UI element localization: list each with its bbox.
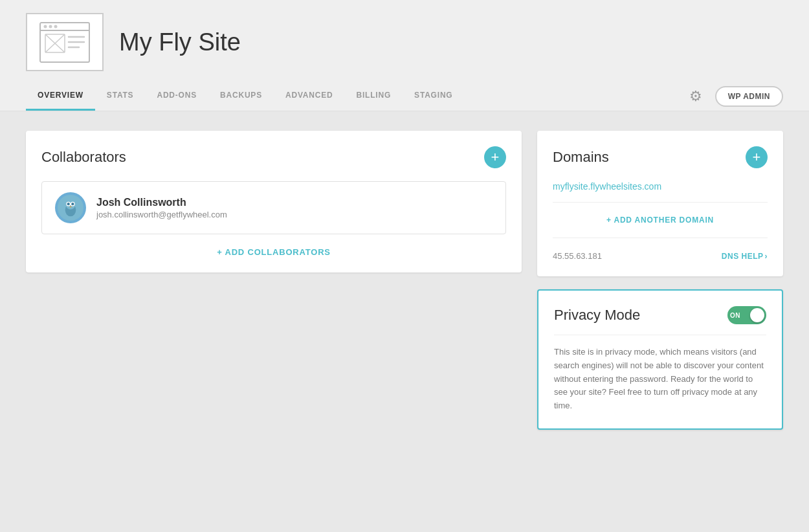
toggle-on-label: ON — [730, 312, 740, 319]
tab-staging[interactable]: STAGING — [403, 82, 464, 111]
nav-actions: ⚙ WP ADMIN — [684, 85, 783, 108]
toggle-knob — [750, 308, 764, 322]
tab-overview[interactable]: OVERVIEW — [26, 82, 95, 111]
plus-icon: + — [753, 150, 761, 164]
wp-admin-button[interactable]: WP ADMIN — [715, 86, 783, 107]
svg-point-17 — [71, 203, 74, 205]
collaborators-card: Collaborators + — [26, 131, 522, 272]
tab-stats[interactable]: STATS — [95, 82, 146, 111]
avatar — [55, 192, 86, 223]
collaborator-row: Josh Collinsworth josh.collinsworth@getf… — [41, 181, 506, 234]
main-nav: OVERVIEW STATS ADD-ONS BACKUPS ADVANCED … — [0, 82, 809, 111]
domains-card: Domains + myflysite.flywheelsites.com + … — [537, 131, 783, 276]
svg-point-16 — [67, 203, 70, 205]
left-column: Collaborators + — [26, 131, 522, 430]
gear-icon: ⚙ — [689, 88, 702, 105]
svg-point-3 — [49, 25, 52, 28]
svg-point-2 — [44, 25, 47, 28]
privacy-mode-toggle[interactable]: ON — [727, 306, 766, 324]
privacy-mode-card: Privacy Mode ON This site is in privacy … — [537, 289, 783, 430]
primary-domain-link[interactable]: myflysite.flywheelsites.com — [553, 181, 768, 192]
domains-header: Domains + — [553, 146, 768, 168]
tab-billing[interactable]: BILLING — [345, 82, 403, 111]
right-column: Domains + myflysite.flywheelsites.com + … — [537, 131, 783, 430]
ip-row: 45.55.63.181 DNS HELP › — [553, 246, 768, 261]
settings-button[interactable]: ⚙ — [684, 85, 707, 108]
add-collaborator-button[interactable]: + — [484, 146, 506, 168]
collaborator-email: josh.collinsworth@getflywheel.com — [96, 210, 227, 219]
tab-addons[interactable]: ADD-ONS — [145, 82, 208, 111]
collaborator-info: Josh Collinsworth josh.collinsworth@getf… — [96, 197, 227, 219]
dns-help-label: DNS HELP — [722, 252, 764, 261]
nav-tabs: OVERVIEW STATS ADD-ONS BACKUPS ADVANCED … — [26, 82, 465, 111]
tab-advanced[interactable]: ADVANCED — [274, 82, 345, 111]
collaborators-header: Collaborators + — [41, 146, 506, 168]
main-content: Collaborators + — [0, 111, 809, 449]
add-another-domain-link[interactable]: + ADD ANOTHER DOMAIN — [553, 210, 768, 230]
collaborators-title: Collaborators — [41, 149, 126, 166]
privacy-description: This site is in privacy mode, which mean… — [554, 346, 766, 413]
add-domain-button[interactable]: + — [746, 146, 768, 168]
page-title: My Fly Site — [119, 28, 241, 56]
divider — [553, 202, 768, 203]
header: My Fly Site — [0, 0, 809, 82]
privacy-mode-title: Privacy Mode — [554, 307, 640, 324]
site-logo — [26, 13, 104, 71]
privacy-header: Privacy Mode ON — [554, 306, 766, 324]
plus-icon: + — [491, 150, 500, 164]
divider-2 — [553, 238, 768, 238]
ip-address: 45.55.63.181 — [553, 251, 602, 261]
domains-title: Domains — [553, 149, 609, 166]
dns-help-link[interactable]: DNS HELP › — [722, 252, 768, 261]
chevron-right-icon: › — [765, 252, 768, 261]
add-collaborators-link[interactable]: + ADD COLLABORATORS — [41, 247, 506, 257]
svg-point-4 — [54, 25, 58, 28]
collaborator-name: Josh Collinsworth — [96, 197, 227, 208]
tab-backups[interactable]: BACKUPS — [208, 82, 274, 111]
privacy-divider — [554, 335, 766, 335]
